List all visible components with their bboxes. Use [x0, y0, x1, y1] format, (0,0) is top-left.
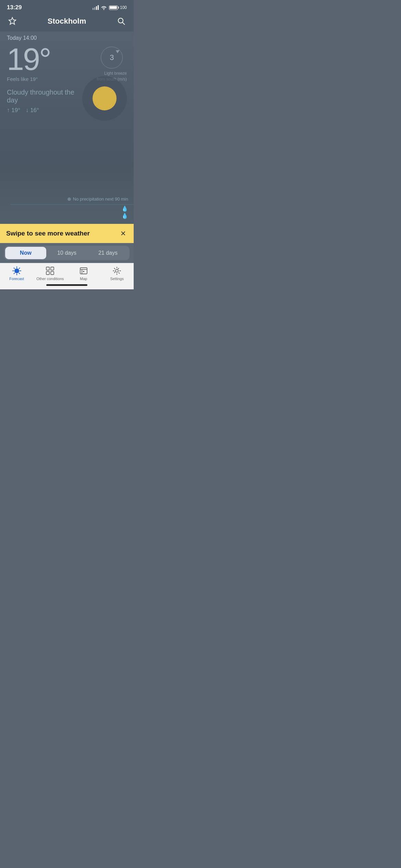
search-button[interactable] — [114, 14, 128, 28]
svg-line-2 — [123, 23, 125, 25]
swipe-banner: Swipe to see more weather ✕ — [0, 224, 134, 243]
svg-marker-0 — [9, 17, 16, 24]
wifi-icon — [101, 5, 107, 10]
map-icon — [79, 266, 88, 276]
weather-icon — [82, 76, 127, 121]
svg-line-10 — [19, 268, 20, 269]
nav-item-other-conditions[interactable]: Other conditions — [34, 266, 67, 281]
star-icon — [8, 17, 17, 26]
precip-label: No precipitation next 90 min — [73, 196, 128, 202]
svg-point-20 — [116, 269, 118, 272]
svg-rect-15 — [51, 272, 54, 275]
search-icon — [117, 17, 125, 25]
nav-label-map: Map — [80, 277, 87, 281]
svg-rect-13 — [51, 267, 54, 270]
home-indicator-area — [0, 282, 134, 289]
drop-icon-1: 💧 — [121, 205, 128, 212]
temperature-display: 19° — [7, 44, 50, 75]
svg-line-9 — [19, 273, 20, 274]
close-banner-button[interactable]: ✕ — [119, 229, 127, 238]
svg-line-11 — [14, 273, 14, 274]
signal-icon — [93, 5, 99, 10]
temp-high: ↑ 19° — [7, 107, 20, 114]
date-label: Today 14:00 — [7, 35, 127, 41]
tab-now[interactable]: Now — [5, 247, 46, 259]
nav-label-other-conditions: Other conditions — [36, 277, 64, 281]
svg-rect-12 — [46, 267, 49, 270]
nav-label-settings: Settings — [110, 277, 124, 281]
swipe-text: Swipe to see more weather — [6, 230, 90, 237]
svg-point-19 — [83, 271, 84, 272]
feels-like: Feels like 19° — [7, 76, 50, 82]
battery-label: 100 — [120, 5, 127, 10]
nav-item-settings[interactable]: Settings — [100, 266, 134, 281]
nav-item-map[interactable]: Map — [67, 266, 100, 281]
drop-icon-2: 💧 — [121, 213, 128, 219]
tab-10days[interactable]: 10 days — [46, 247, 87, 259]
wind-arrow-icon: ▶ — [115, 48, 121, 54]
svg-rect-14 — [46, 272, 49, 275]
status-time: 13:29 — [7, 4, 22, 11]
battery-icon: 100 — [109, 5, 127, 10]
forecast-icon — [12, 266, 22, 276]
home-bar — [46, 284, 87, 286]
tab-21days[interactable]: 21 days — [87, 247, 129, 259]
svg-point-3 — [14, 268, 19, 273]
precip-dot — [68, 197, 71, 201]
condition-text: Cloudy throughout the day — [7, 88, 79, 104]
bottom-nav: Forecast Other conditions — [0, 263, 134, 282]
other-conditions-icon — [45, 266, 55, 276]
temp-low: ↓ 16° — [26, 107, 39, 114]
svg-line-8 — [14, 268, 14, 269]
svg-point-1 — [118, 18, 123, 23]
nav-label-forecast: Forecast — [9, 277, 24, 281]
nav-item-forecast[interactable]: Forecast — [0, 266, 34, 281]
city-title: Stockholm — [48, 17, 86, 26]
settings-icon — [112, 266, 122, 276]
wind-speed: 3 — [110, 53, 114, 62]
favorite-button[interactable] — [5, 14, 19, 28]
wind-circle: ▶ 3 — [101, 47, 123, 69]
